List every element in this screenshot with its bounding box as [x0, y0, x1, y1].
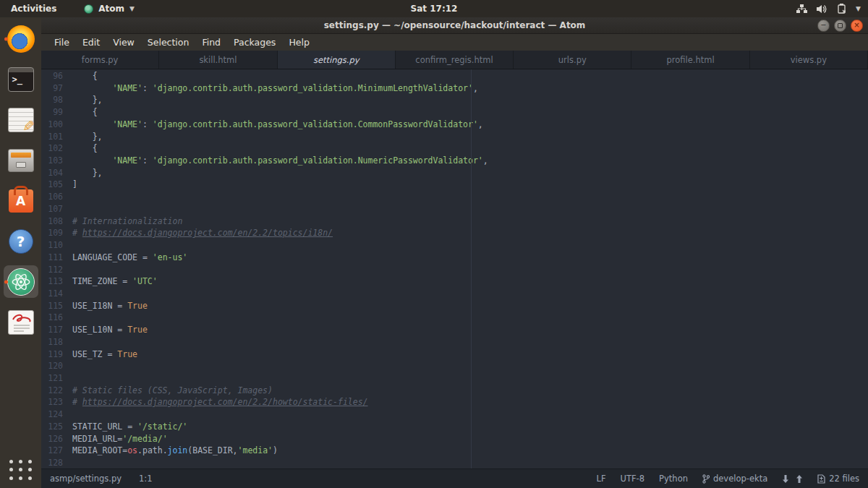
network-icon[interactable]: [796, 4, 807, 14]
status-file-path[interactable]: asmp/settings.py: [50, 474, 122, 484]
tab-urls.py[interactable]: urls.py: [514, 51, 631, 69]
activities-button[interactable]: Activities: [8, 4, 59, 14]
line-number[interactable]: 102: [41, 142, 72, 155]
status-git-branch[interactable]: develop-ekta: [702, 474, 767, 484]
line-number[interactable]: 107: [41, 203, 72, 215]
line-number[interactable]: 128: [41, 457, 72, 468]
line-number[interactable]: 113: [41, 275, 72, 288]
code-editor[interactable]: 96 {97 'NAME': 'django.contrib.auth.pass…: [41, 69, 868, 468]
status-grammar[interactable]: Python: [659, 474, 688, 484]
line-number[interactable]: 124: [41, 408, 72, 421]
code-text: },: [72, 131, 103, 143]
dock-item-file-manager[interactable]: [4, 144, 38, 176]
code-text: {: [72, 106, 98, 119]
status-encoding[interactable]: UTF-8: [621, 474, 645, 484]
tab-bar: forms.pyskill.htmlsettings.pyconfirm_reg…: [41, 51, 868, 69]
line-number[interactable]: 104: [41, 167, 72, 179]
line-number[interactable]: 123: [41, 396, 72, 408]
code-line: 120: [41, 360, 868, 372]
dock: >_ A ?: [0, 17, 41, 488]
line-number[interactable]: 120: [41, 360, 72, 372]
line-number[interactable]: 115: [41, 300, 72, 312]
code-line: 114: [41, 288, 868, 300]
minimize-button[interactable]: −: [817, 20, 830, 32]
code-line: 103 'NAME': 'django.contrib.auth.passwor…: [41, 155, 868, 167]
line-number[interactable]: 103: [41, 155, 72, 167]
code-line: 127MEDIA_ROOT=os.path.join(BASE_DIR,'med…: [41, 445, 868, 457]
line-number[interactable]: 125: [41, 421, 72, 433]
code-text: 'NAME': 'django.contrib.auth.password_va…: [72, 82, 478, 95]
dock-item-help[interactable]: ?: [4, 225, 38, 257]
close-button[interactable]: ×: [851, 20, 863, 32]
status-line-ending[interactable]: LF: [597, 474, 606, 484]
dock-item-ubuntu-software[interactable]: A: [4, 184, 38, 217]
menu-packages[interactable]: Packages: [227, 35, 282, 49]
window-titlebar[interactable]: settings.py — ~/opensource/hackout/inter…: [41, 17, 868, 34]
code-line: 118: [41, 336, 868, 348]
menu-find[interactable]: Find: [195, 35, 227, 49]
line-number[interactable]: 117: [41, 324, 72, 336]
maximize-button[interactable]: [834, 20, 846, 32]
code-line: 96 {: [41, 70, 868, 82]
atom-icon: [7, 268, 35, 296]
line-number[interactable]: 114: [41, 288, 72, 300]
dock-item-atom[interactable]: [4, 265, 38, 298]
menu-file[interactable]: File: [48, 35, 76, 49]
git-push-icon[interactable]: [796, 475, 803, 483]
menu-help[interactable]: Help: [282, 35, 316, 49]
status-git-changes[interactable]: 22 files: [817, 474, 859, 484]
line-number[interactable]: 99: [41, 106, 72, 119]
dock-item-firefox[interactable]: [4, 22, 38, 55]
menu-edit[interactable]: Edit: [76, 35, 106, 49]
line-number[interactable]: 101: [41, 131, 72, 143]
volume-icon[interactable]: [817, 4, 827, 14]
tab-settings.py[interactable]: settings.py: [278, 51, 396, 69]
code-line: 105]: [41, 179, 868, 191]
code-text: 'NAME': 'django.contrib.auth.password_va…: [72, 155, 488, 167]
code-text: },: [72, 167, 103, 179]
system-menu-chevron-icon[interactable]: ▼: [856, 5, 861, 12]
menu-selection[interactable]: Selection: [141, 35, 196, 49]
code-text: # Internationalization: [72, 215, 182, 228]
line-number[interactable]: 108: [41, 215, 72, 228]
code-line: 122# Static files (CSS, JavaScript, Imag…: [41, 385, 868, 397]
line-number[interactable]: 110: [41, 239, 72, 252]
line-number[interactable]: 118: [41, 336, 72, 348]
battery-icon[interactable]: [837, 4, 846, 14]
code-line: 99 {: [41, 106, 868, 119]
tab-confirm_regis.html[interactable]: confirm_regis.html: [396, 51, 514, 69]
tab-views.py[interactable]: views.py: [750, 51, 868, 69]
code-lines: 96 {97 'NAME': 'django.contrib.auth.pass…: [41, 70, 868, 468]
dock-item-text-editor[interactable]: [4, 103, 38, 136]
line-number[interactable]: 119: [41, 348, 72, 361]
code-line: 106: [41, 191, 868, 203]
line-number[interactable]: 112: [41, 264, 72, 276]
line-number[interactable]: 106: [41, 191, 72, 203]
line-number[interactable]: 105: [41, 179, 72, 191]
line-number[interactable]: 122: [41, 385, 72, 397]
dock-item-terminal[interactable]: >_: [4, 63, 38, 95]
git-branch-label: develop-ekta: [713, 474, 767, 484]
line-number[interactable]: 126: [41, 433, 72, 445]
status-cursor-position[interactable]: 1:1: [139, 474, 153, 484]
code-text: TIME_ZONE = 'UTC': [72, 275, 158, 288]
git-pull-icon[interactable]: [782, 475, 789, 483]
menu-view[interactable]: View: [106, 35, 141, 49]
tab-skill.html[interactable]: skill.html: [159, 51, 277, 69]
tab-forms.py[interactable]: forms.py: [41, 51, 159, 69]
line-number[interactable]: 98: [41, 94, 72, 106]
line-number[interactable]: 97: [41, 82, 72, 95]
dock-item-document-viewer[interactable]: [4, 306, 38, 338]
line-number[interactable]: 111: [41, 252, 72, 264]
line-number[interactable]: 96: [41, 70, 72, 82]
line-number[interactable]: 100: [41, 119, 72, 131]
tab-profile.html[interactable]: profile.html: [631, 51, 749, 69]
line-number[interactable]: 116: [41, 312, 72, 324]
show-applications-button[interactable]: [7, 458, 35, 482]
code-text: USE_TZ = True: [72, 348, 137, 361]
line-number[interactable]: 109: [41, 227, 72, 239]
line-number[interactable]: 127: [41, 445, 72, 457]
line-number[interactable]: 121: [41, 372, 72, 385]
code-line: 109# https://docs.djangoproject.com/en/2…: [41, 227, 868, 239]
app-menu[interactable]: Atom ▼: [84, 4, 135, 14]
